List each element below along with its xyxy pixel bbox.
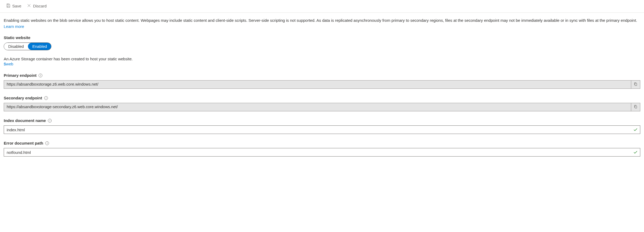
toggle-enabled-option[interactable]: Enabled (28, 43, 51, 50)
toggle-disabled-option[interactable]: Disabled (4, 43, 28, 50)
index-document-field (4, 125, 640, 134)
save-button-label: Save (12, 4, 21, 8)
close-icon (27, 3, 31, 9)
secondary-endpoint-label: Secondary endpoint i (4, 96, 640, 100)
error-document-label: Error document path i (4, 141, 640, 145)
svg-rect-0 (635, 83, 637, 86)
container-created-text: An Azure Storage container has been crea… (4, 57, 640, 61)
secondary-endpoint-group: Secondary endpoint i https://absandboxst… (4, 96, 640, 111)
static-website-label: Static website (4, 35, 640, 40)
primary-endpoint-group: Primary endpoint i https://absandboxstor… (4, 73, 640, 89)
error-document-field (4, 148, 640, 157)
description-body: Enabling static websites on the blob ser… (4, 18, 637, 23)
info-icon[interactable]: i (48, 119, 52, 123)
info-icon[interactable]: i (45, 141, 49, 145)
index-document-label-text: Index document name (4, 118, 46, 123)
svg-rect-1 (635, 106, 637, 108)
secondary-endpoint-label-text: Secondary endpoint (4, 96, 42, 100)
secondary-endpoint-field: https://absandboxstorage-secondary.z6.we… (4, 103, 640, 111)
copy-icon (634, 105, 638, 109)
index-document-input[interactable] (4, 126, 631, 134)
index-document-group: Index document name i (4, 118, 640, 134)
check-icon (631, 148, 640, 156)
error-document-group: Error document path i (4, 141, 640, 157)
container-link[interactable]: $web (4, 62, 13, 66)
error-document-input[interactable] (4, 148, 631, 156)
save-icon (6, 3, 11, 9)
secondary-endpoint-value[interactable]: https://absandboxstorage-secondary.z6.we… (4, 103, 631, 111)
primary-endpoint-value[interactable]: https://absandboxstorage.z6.web.core.win… (4, 81, 631, 88)
discard-button[interactable]: Discard (24, 2, 49, 10)
primary-endpoint-label: Primary endpoint i (4, 73, 640, 78)
info-icon[interactable]: i (44, 96, 48, 100)
content-area: Enabling static websites on the blob ser… (0, 13, 644, 168)
primary-endpoint-label-text: Primary endpoint (4, 73, 36, 78)
copy-icon (634, 82, 638, 87)
save-button[interactable]: Save (4, 2, 23, 10)
discard-button-label: Discard (33, 4, 47, 8)
toolbar: Save Discard (0, 0, 644, 13)
error-document-label-text: Error document path (4, 141, 43, 145)
learn-more-link[interactable]: Learn more (4, 24, 24, 29)
info-icon[interactable]: i (39, 74, 42, 77)
description-text: Enabling static websites on the blob ser… (4, 18, 640, 29)
copy-secondary-button[interactable] (631, 103, 640, 111)
index-document-label: Index document name i (4, 118, 640, 123)
copy-primary-button[interactable] (631, 81, 640, 88)
static-website-toggle: Disabled Enabled (4, 43, 51, 50)
check-icon (631, 126, 640, 134)
primary-endpoint-field: https://absandboxstorage.z6.web.core.win… (4, 80, 640, 89)
